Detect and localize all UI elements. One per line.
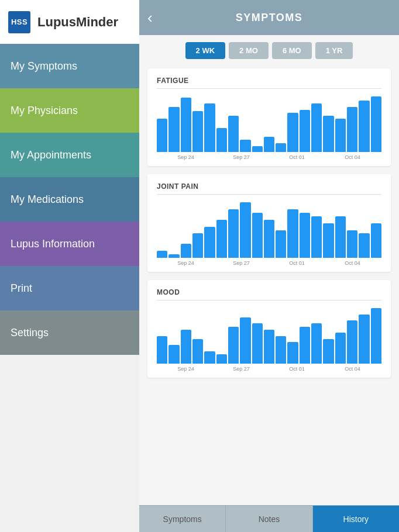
chart-date-label: Sep 24 bbox=[158, 260, 214, 266]
chart-bar bbox=[157, 251, 167, 258]
chart-bar bbox=[323, 339, 333, 364]
chart-date-label: Sep 24 bbox=[158, 366, 214, 372]
chart-bar bbox=[181, 244, 191, 258]
chart-bar bbox=[300, 213, 310, 258]
chart-bar bbox=[264, 330, 274, 364]
chart-bar bbox=[311, 103, 322, 152]
chart-labels-joint-pain: Sep 24Sep 27Oct 01Oct 04 bbox=[157, 260, 381, 266]
nav-items: My SymptomsMy PhysiciansMy AppointmentsM… bbox=[0, 44, 139, 355]
chart-bar bbox=[371, 308, 381, 364]
chart-date-label: Oct 01 bbox=[269, 154, 325, 160]
chart-bar bbox=[335, 333, 346, 364]
chart-bar bbox=[359, 233, 369, 258]
chart-bar bbox=[264, 220, 274, 258]
chart-bar bbox=[347, 107, 357, 152]
chart-bar bbox=[276, 143, 286, 152]
sidebar-label: My Physicians bbox=[11, 105, 78, 117]
bar-chart-joint-pain bbox=[157, 199, 381, 258]
chart-labels-fatigue: Sep 24Sep 27Oct 01Oct 04 bbox=[157, 154, 381, 160]
chart-date-label: Oct 04 bbox=[325, 154, 380, 160]
chart-bar bbox=[168, 345, 179, 364]
sidebar-item-lupus[interactable]: Lupus Information bbox=[0, 222, 139, 266]
chart-bar bbox=[347, 230, 357, 258]
chart-bar bbox=[240, 140, 250, 152]
chart-date-label: Sep 27 bbox=[214, 154, 269, 160]
sidebar-label: My Appointments bbox=[11, 149, 91, 161]
chart-bar bbox=[359, 101, 369, 152]
bar-chart-fatigue bbox=[157, 94, 381, 152]
back-button[interactable]: ‹ bbox=[147, 9, 153, 27]
sidebar-item-physicians[interactable]: My Physicians bbox=[0, 88, 139, 133]
bottom-tab-notes[interactable]: Notes bbox=[226, 506, 312, 532]
chart-labels-mood: Sep 24Sep 27Oct 01Oct 04 bbox=[157, 366, 381, 372]
chart-title-fatigue: FATIGUE bbox=[157, 77, 381, 85]
chart-bar bbox=[228, 327, 239, 364]
chart-bar bbox=[371, 96, 381, 152]
chart-date-label: Sep 24 bbox=[158, 154, 214, 160]
chart-bar bbox=[240, 317, 250, 364]
sidebar-label: Print bbox=[11, 282, 32, 295]
bottom-tab-history[interactable]: History bbox=[313, 506, 399, 532]
chart-bar bbox=[216, 128, 227, 152]
chart-date-label: Oct 04 bbox=[325, 260, 380, 266]
chart-bar bbox=[252, 146, 263, 152]
chart-date-label: Oct 01 bbox=[269, 366, 325, 372]
chart-bar bbox=[347, 320, 357, 364]
sidebar-item-appointments[interactable]: My Appointments bbox=[0, 133, 139, 177]
chart-bar bbox=[181, 98, 191, 152]
chart-bar bbox=[157, 119, 167, 152]
sidebar-label: Lupus Information bbox=[11, 238, 95, 250]
header-title: SYMPTOMS bbox=[236, 12, 303, 24]
bar-chart-mood bbox=[157, 305, 381, 364]
app-name: LupusMinder bbox=[37, 15, 118, 30]
chart-bar bbox=[335, 119, 346, 152]
logo-bar: HSS LupusMinder bbox=[0, 0, 139, 44]
main-content: ‹ SYMPTOMS 2 WK2 MO6 MO1 YR FATIGUESep 2… bbox=[139, 0, 399, 532]
chart-bar bbox=[252, 323, 263, 364]
chart-bar bbox=[192, 233, 203, 258]
sidebar-item-settings[interactable]: Settings bbox=[0, 310, 139, 355]
sidebar-item-medications[interactable]: My Medications bbox=[0, 177, 139, 222]
chart-bar bbox=[359, 315, 369, 364]
chart-bar bbox=[168, 254, 179, 258]
chart-card-mood: MOODSep 24Sep 27Oct 01Oct 04 bbox=[147, 280, 391, 378]
sidebar-label: Settings bbox=[11, 327, 49, 339]
chart-card-joint-pain: JOINT PAINSep 24Sep 27Oct 01Oct 04 bbox=[147, 174, 391, 272]
chart-bar bbox=[311, 216, 322, 258]
sidebar-item-print[interactable]: Print bbox=[0, 266, 139, 310]
sidebar-label: My Medications bbox=[11, 194, 84, 206]
chart-bar bbox=[192, 339, 203, 364]
chart-bar bbox=[240, 202, 250, 258]
time-tab-1yr[interactable]: 1 YR bbox=[315, 42, 353, 59]
sidebar-label: My Symptoms bbox=[11, 60, 77, 72]
chart-bar bbox=[228, 116, 239, 152]
chart-date-label: Sep 27 bbox=[214, 366, 269, 372]
chart-date-label: Oct 04 bbox=[325, 366, 380, 372]
chart-bar bbox=[323, 223, 333, 258]
header: ‹ SYMPTOMS bbox=[139, 0, 399, 35]
chart-bar bbox=[323, 116, 333, 152]
chart-bar bbox=[204, 103, 215, 152]
chart-bar bbox=[371, 223, 381, 258]
time-tab-2mo[interactable]: 2 MO bbox=[229, 42, 269, 59]
chart-bar bbox=[192, 111, 203, 152]
chart-bar bbox=[181, 330, 191, 364]
chart-bar bbox=[264, 137, 274, 152]
chart-bar bbox=[300, 110, 310, 152]
chart-bar bbox=[204, 227, 215, 258]
charts-area: FATIGUESep 24Sep 27Oct 01Oct 04JOINT PAI… bbox=[139, 64, 399, 505]
chart-bar bbox=[276, 230, 286, 258]
time-tab-2wk[interactable]: 2 WK bbox=[185, 42, 226, 59]
chart-date-label: Sep 27 bbox=[214, 260, 269, 266]
sidebar: HSS LupusMinder My SymptomsMy Physicians… bbox=[0, 0, 139, 532]
chart-bar bbox=[157, 336, 167, 364]
chart-bar bbox=[216, 220, 227, 258]
chart-title-mood: MOOD bbox=[157, 288, 381, 296]
chart-card-fatigue: FATIGUESep 24Sep 27Oct 01Oct 04 bbox=[147, 68, 391, 166]
sidebar-item-symptoms[interactable]: My Symptoms bbox=[0, 44, 139, 88]
chart-bar bbox=[311, 323, 322, 364]
chart-bar bbox=[300, 327, 310, 364]
time-tab-6mo[interactable]: 6 MO bbox=[272, 42, 312, 59]
bottom-tab-symptoms[interactable]: Symptoms bbox=[139, 506, 226, 532]
time-tabs: 2 WK2 MO6 MO1 YR bbox=[139, 35, 399, 64]
